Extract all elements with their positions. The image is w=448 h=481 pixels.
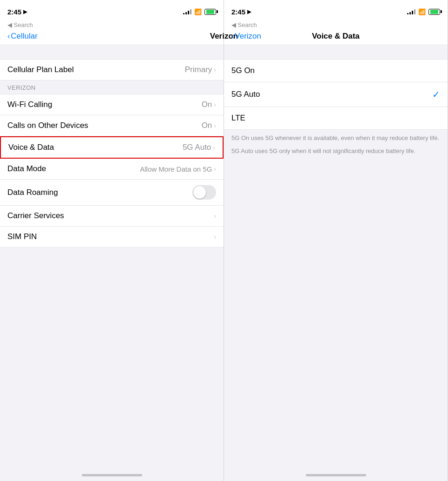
wifi-calling-item[interactable]: Wi-Fi Calling On › (0, 94, 224, 115)
voice-data-chevron: › (213, 144, 215, 151)
calls-other-label: Calls on Other Devices (7, 121, 88, 130)
carrier-services-chevron: › (214, 212, 216, 220)
left-screen: 2:45 ▶ 📶 ◀ Search ‹ Cellular (0, 0, 224, 481)
signal-bar-r1 (407, 13, 408, 14)
time-right: 2:45 ▶ (231, 8, 251, 16)
back-chevron-left: ‹ (7, 32, 10, 40)
wifi-icon-right: 📶 (418, 8, 426, 15)
right-screen: 2:45 ▶ 📶 ◀ Search ‹ Verizon (224, 0, 448, 481)
cellular-plan-value: Primary (185, 65, 212, 74)
search-back-left: ◀ Search (0, 20, 224, 31)
location-icon-right: ▶ (247, 9, 251, 15)
carrier-services-label: Carrier Services (7, 211, 64, 220)
status-bar-left: 2:45 ▶ 📶 (0, 0, 224, 20)
cellular-plan-chevron: › (214, 66, 216, 73)
back-label-right: Verizon (235, 32, 261, 41)
left-body-empty (0, 247, 224, 465)
calls-other-devices-item[interactable]: Calls on Other Devices On › (0, 115, 224, 136)
nav-title-right: Voice & Data (312, 32, 360, 40)
home-indicator-right (224, 465, 448, 481)
right-body-empty (224, 161, 448, 465)
back-button-right[interactable]: ‹ Verizon (231, 32, 261, 41)
top-spacer-left (0, 45, 224, 59)
back-label-left: Cellular (11, 32, 38, 41)
search-hint-left: ◀ Search (7, 21, 33, 28)
calls-other-value: On (202, 121, 212, 130)
cellular-plan-label: Cellular Plan Label (7, 65, 74, 74)
signal-bar-4 (190, 9, 191, 14)
data-mode-label: Data Mode (7, 164, 46, 174)
5g-auto-checkmark: ✓ (432, 89, 440, 100)
signal-bar-3 (188, 11, 189, 14)
data-mode-chevron: › (214, 165, 216, 173)
sim-pin-right: › (214, 233, 216, 240)
cellular-plan-item[interactable]: Cellular Plan Label Primary › (0, 60, 224, 80)
voice-data-value: 5G Auto (183, 143, 211, 152)
signal-bar-r4 (414, 9, 415, 14)
signal-bar-1 (183, 13, 184, 14)
5g-on-label: 5G On (231, 66, 255, 75)
description-block: 5G On uses 5G whenever it is available, … (224, 130, 448, 161)
calls-other-chevron: › (214, 122, 216, 129)
lte-label: LTE (231, 114, 245, 123)
signal-bars-left (183, 9, 191, 14)
wifi-calling-label: Wi-Fi Calling (7, 100, 52, 109)
home-indicator-left (0, 465, 224, 481)
status-icons-right: 📶 (407, 8, 440, 15)
back-chevron-right: ‹ (231, 32, 234, 40)
calls-other-right: On › (202, 121, 216, 130)
location-icon-left: ▶ (23, 9, 27, 15)
sim-pin-label: SIM PIN (7, 232, 37, 241)
lte-option[interactable]: LTE (224, 107, 448, 129)
data-mode-item[interactable]: Data Mode Allow More Data on 5G › (0, 159, 224, 180)
signal-bars-right (407, 9, 415, 14)
sim-pin-item[interactable]: SIM PIN › (0, 227, 224, 247)
wifi-calling-value: On (202, 100, 212, 109)
voice-data-label: Voice & Data (8, 143, 54, 152)
signal-bar-r3 (412, 11, 413, 14)
time-left: 2:45 ▶ (7, 8, 27, 16)
verizon-items-list: Wi-Fi Calling On › Calls on Other Device… (0, 94, 224, 247)
carrier-services-item[interactable]: Carrier Services › (0, 206, 224, 227)
voice-data-item[interactable]: Voice & Data 5G Auto › (0, 136, 224, 159)
wifi-icon-left: 📶 (194, 8, 202, 15)
carrier-services-right: › (214, 212, 216, 220)
battery-icon-right (428, 9, 440, 15)
status-icons-left: 📶 (183, 8, 216, 15)
5g-on-description: 5G On uses 5G whenever it is available, … (231, 134, 440, 143)
cellular-plan-right: Primary › (185, 65, 216, 74)
wifi-calling-right: On › (202, 100, 216, 109)
verizon-section-header: VERIZON (0, 80, 224, 94)
data-roaming-item[interactable]: Data Roaming (0, 180, 224, 206)
top-spacer-right (224, 45, 448, 59)
5g-auto-description: 5G Auto uses 5G only when it will not si… (231, 147, 440, 156)
clock-left: 2:45 (7, 8, 21, 16)
battery-fill-right (430, 10, 438, 14)
back-button-left[interactable]: ‹ Cellular (7, 32, 38, 41)
status-bar-right: 2:45 ▶ 📶 (224, 0, 448, 20)
voice-data-options: 5G On 5G Auto ✓ LTE (224, 59, 448, 130)
data-mode-value: Allow More Data on 5G (140, 165, 212, 173)
5g-auto-label: 5G Auto (231, 90, 260, 99)
search-hint-right: ◀ Search (231, 21, 257, 28)
home-bar-right (306, 474, 366, 476)
5g-auto-option[interactable]: 5G Auto ✓ (224, 82, 448, 107)
data-mode-right: Allow More Data on 5G › (140, 165, 216, 173)
nav-bar-right: ‹ Verizon Voice & Data (224, 31, 448, 45)
clock-right: 2:45 (231, 8, 245, 16)
toggle-knob (193, 186, 206, 199)
5g-on-option[interactable]: 5G On (224, 60, 448, 82)
battery-fill-left (206, 10, 214, 14)
wifi-calling-chevron: › (214, 101, 216, 108)
data-roaming-label: Data Roaming (7, 188, 58, 197)
battery-icon-left (204, 9, 216, 15)
signal-bar-r2 (409, 12, 411, 14)
voice-data-right: 5G Auto › (183, 143, 215, 152)
sim-pin-chevron: › (214, 233, 216, 240)
home-bar-left (82, 474, 142, 476)
data-roaming-toggle[interactable] (192, 185, 216, 200)
signal-bar-2 (185, 12, 187, 14)
nav-bar-left: ‹ Cellular Verizon (0, 31, 224, 45)
search-back-right: ◀ Search (224, 20, 448, 31)
cellular-plan-section: Cellular Plan Label Primary › (0, 59, 224, 80)
